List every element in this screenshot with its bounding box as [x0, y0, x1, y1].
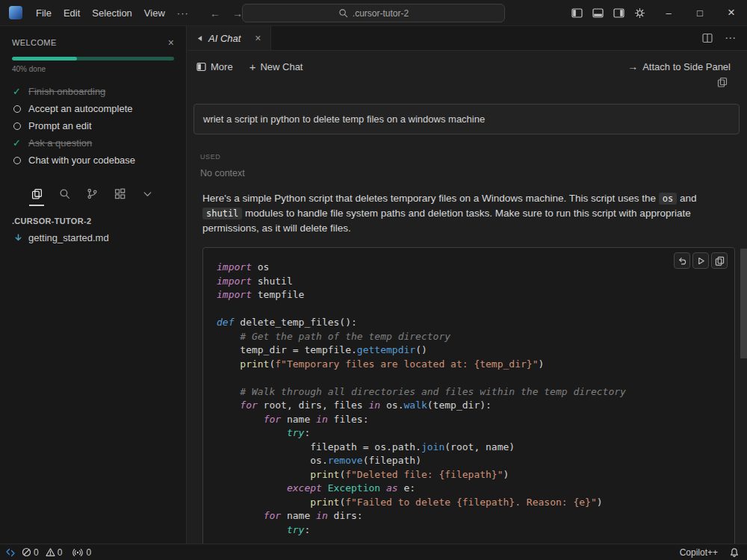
- explorer-files-icon[interactable]: [30, 185, 43, 202]
- markdown-file-icon: [13, 233, 23, 243]
- scrollbar-thumb[interactable]: [740, 249, 747, 358]
- close-welcome-icon[interactable]: ×: [168, 37, 174, 49]
- code-content: import osimport shutilimport tempfile de…: [217, 261, 721, 537]
- circle-icon: [13, 157, 21, 164]
- explorer-root-folder[interactable]: .CURSOR-TUTOR-2: [0, 217, 186, 225]
- code-line: def delete_temp_files():: [217, 316, 721, 330]
- code-line: import shutil: [217, 275, 721, 289]
- file-name: getting_started.md: [28, 232, 109, 243]
- context-label: No context: [200, 168, 740, 178]
- remote-indicator-icon[interactable]: [5, 547, 16, 558]
- attach-side-panel-button[interactable]: → Attach to Side Panel: [627, 60, 731, 72]
- assistant-message: Here's a simple Python script that delet…: [202, 191, 735, 235]
- inline-code: os: [659, 193, 677, 205]
- problems-indicator[interactable]: 0 0: [22, 547, 66, 558]
- cursor-logo-icon[interactable]: [9, 6, 22, 19]
- warnings-icon: [46, 547, 55, 557]
- maximize-button[interactable]: □: [684, 0, 716, 26]
- tab-ai-chat[interactable]: AI Chat ×: [187, 26, 271, 50]
- code-line: try:: [217, 523, 721, 538]
- toggle-sidebar-right-icon[interactable]: [613, 7, 624, 19]
- checklist-item[interactable]: ✓Ask a question: [12, 134, 174, 152]
- copy-code-icon[interactable]: [711, 252, 728, 269]
- close-window-button[interactable]: ×: [716, 0, 747, 26]
- toggle-sidebar-left-icon[interactable]: [571, 7, 583, 19]
- extensions-icon[interactable]: [113, 185, 126, 202]
- code-line: [217, 302, 721, 317]
- chat-input[interactable]: wriet a script in python to delete temp …: [193, 104, 740, 134]
- tabbar: AI Chat × ⋯: [187, 26, 747, 51]
- window-controls: – □ ×: [653, 0, 747, 26]
- scrollbar[interactable]: [740, 26, 747, 544]
- checklist-item[interactable]: Chat with your codebase: [12, 152, 174, 169]
- toggle-panel-bottom-icon[interactable]: [592, 7, 604, 19]
- progress-label: 40% done: [12, 65, 174, 73]
- ports-count: 0: [86, 547, 91, 558]
- welcome-title: WELCOME: [12, 38, 57, 47]
- checklist-label: Ask a question: [28, 137, 92, 149]
- onboarding-progress-bar: [12, 57, 174, 60]
- new-chat-button[interactable]: + New Chat: [249, 60, 303, 73]
- code-line: import os: [217, 261, 721, 275]
- code-line: # Walk through all directories and files…: [217, 385, 721, 399]
- editor-area: AI Chat × ⋯ More + New C: [187, 26, 747, 544]
- run-code-icon[interactable]: [692, 252, 709, 269]
- code-line: import tempfile: [217, 288, 721, 302]
- code-line: os.remove(filepath): [217, 454, 721, 468]
- code-line: temp_dir = tempfile.gettempdir(): [217, 343, 721, 358]
- history-nav: ← →: [210, 0, 243, 26]
- split-editor-icon[interactable]: [702, 33, 713, 43]
- file-item-getting-started[interactable]: getting_started.md: [0, 232, 186, 243]
- menu-file[interactable]: File: [30, 0, 58, 26]
- code-line: print(f"Deleted file: {filepath}"): [217, 468, 721, 482]
- menubar: File Edit Selection View ···: [30, 0, 195, 26]
- forward-icon[interactable]: →: [232, 7, 243, 19]
- statusbar: 0 0 0 Copilot++: [0, 544, 747, 560]
- broadcast-icon: [72, 547, 83, 558]
- code-line: print(f"Failed to delete {filepath}. Rea…: [217, 496, 721, 510]
- menu-selection[interactable]: Selection: [86, 0, 137, 26]
- code-line: filepath = os.path.join(root, name): [217, 441, 721, 455]
- back-icon[interactable]: ←: [210, 7, 220, 19]
- new-chat-label: New Chat: [260, 61, 303, 72]
- check-icon: ✓: [12, 86, 22, 97]
- search-icon: [338, 8, 348, 18]
- onboarding-checklist: ✓Finish onboardingAccept an autocomplete…: [12, 83, 174, 169]
- code-block: import osimport shutilimport tempfile de…: [202, 247, 735, 544]
- close-tab-icon[interactable]: ×: [255, 32, 261, 44]
- menu-more-icon[interactable]: ···: [171, 0, 195, 26]
- menu-edit[interactable]: Edit: [58, 0, 86, 26]
- notifications-bell-icon[interactable]: [729, 547, 740, 558]
- checklist-item[interactable]: Accept an autocomplete: [12, 100, 174, 117]
- checklist-item[interactable]: ✓Finish onboarding: [12, 83, 174, 100]
- code-line: print(f"Temporary files are located at: …: [217, 358, 721, 372]
- source-control-branch-icon[interactable]: [85, 185, 99, 202]
- more-button[interactable]: More: [196, 61, 233, 72]
- copilot-status[interactable]: Copilot++: [680, 547, 718, 558]
- warnings-count: 0: [58, 547, 63, 558]
- command-center-search[interactable]: .cursor-tutor-2: [242, 4, 505, 22]
- checklist-label: Finish onboarding: [28, 86, 105, 97]
- ports-indicator[interactable]: 0: [72, 547, 91, 558]
- welcome-panel: WELCOME × 40% done ✓Finish onboardingAcc…: [0, 26, 186, 173]
- more-actions-icon[interactable]: ⋯: [725, 31, 737, 45]
- search-tab-icon[interactable]: [58, 185, 71, 202]
- plus-icon: +: [249, 60, 256, 73]
- chat-panel: More + New Chat → Attach to Side Panel w…: [187, 52, 740, 544]
- app-window: File Edit Selection View ··· ← → .cursor…: [0, 0, 747, 560]
- copy-chat-icon[interactable]: [717, 77, 728, 90]
- inline-code: shutil: [202, 208, 242, 220]
- code-line: for name in files:: [217, 413, 721, 427]
- check-icon: ✓: [12, 137, 22, 149]
- more-button-label: More: [211, 61, 233, 72]
- ai-chat-icon: [196, 35, 203, 42]
- chevron-down-icon[interactable]: [140, 185, 154, 202]
- undo-icon[interactable]: [674, 252, 690, 269]
- errors-icon: [22, 547, 31, 557]
- used-label: USED: [200, 153, 740, 161]
- menu-view[interactable]: View: [138, 0, 171, 26]
- settings-gear-icon[interactable]: [634, 7, 645, 19]
- minimize-button[interactable]: –: [653, 0, 684, 26]
- checklist-item[interactable]: Prompt an edit: [12, 117, 174, 134]
- circle-icon: [13, 122, 21, 130]
